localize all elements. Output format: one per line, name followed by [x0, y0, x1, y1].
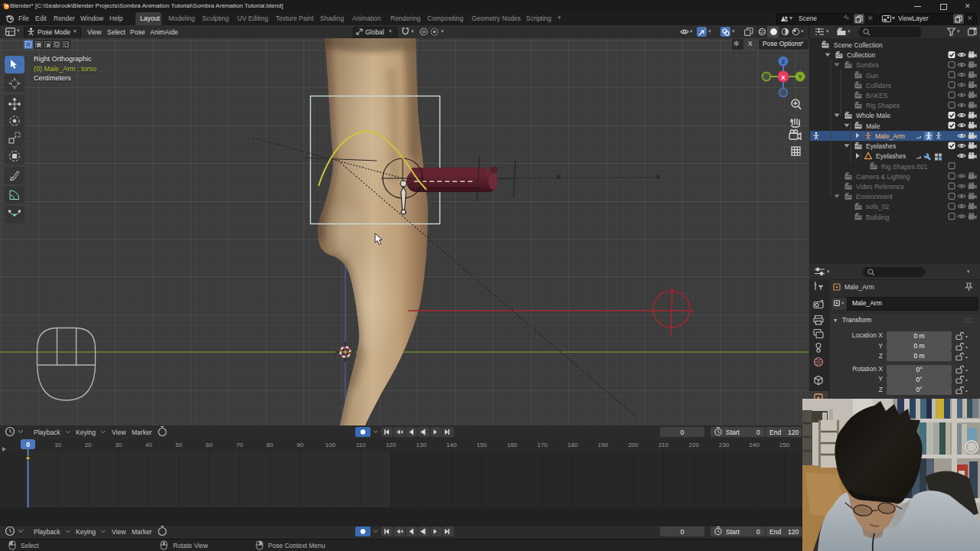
svg-text:Rig Shapes: Rig Shapes — [866, 102, 900, 109]
svg-text:Environment: Environment — [856, 193, 893, 201]
svg-text:0: 0 — [756, 429, 760, 436]
svg-text:Z: Z — [782, 58, 786, 65]
svg-text:160: 160 — [507, 442, 518, 448]
svg-text:X: X — [781, 74, 786, 81]
svg-text:End: End — [769, 429, 781, 436]
svg-text:Male_Arm: Male_Arm — [875, 132, 905, 140]
svg-text:240: 240 — [750, 442, 760, 448]
svg-text:Playback: Playback — [34, 429, 60, 436]
svg-text:180: 180 — [567, 442, 578, 448]
svg-text:50: 50 — [175, 442, 182, 448]
svg-text:110: 110 — [356, 442, 366, 448]
svg-text:Keying: Keying — [76, 429, 96, 436]
svg-text:70: 70 — [236, 442, 243, 448]
svg-text:150: 150 — [477, 442, 488, 448]
svg-text:Gun: Gun — [866, 72, 878, 80]
svg-text:sofa_02: sofa_02 — [866, 203, 890, 210]
svg-text:Playback: Playback — [34, 528, 60, 536]
svg-text:0: 0 — [681, 528, 684, 536]
svg-text:220: 220 — [689, 442, 700, 448]
svg-text:40: 40 — [145, 442, 152, 448]
svg-text:Sombra: Sombra — [856, 61, 879, 69]
svg-text:View: View — [112, 528, 126, 536]
svg-text:Rig Shapes.001: Rig Shapes.001 — [881, 163, 928, 171]
svg-text:View: View — [112, 429, 126, 436]
svg-text:End: End — [769, 528, 781, 536]
svg-text:0: 0 — [26, 441, 30, 448]
svg-text:120: 120 — [386, 442, 397, 448]
svg-text:Whole Male: Whole Male — [856, 112, 890, 119]
svg-text:Start: Start — [726, 528, 740, 536]
svg-text:Keying: Keying — [76, 528, 96, 536]
svg-text:0: 0 — [681, 429, 684, 436]
svg-text:Pose Context Menu: Pose Context Menu — [268, 542, 325, 549]
svg-text:20: 20 — [85, 442, 92, 448]
svg-text:Camera & Lighting: Camera & Lighting — [856, 173, 910, 181]
svg-text:10: 10 — [54, 442, 61, 448]
svg-text:120: 120 — [788, 429, 799, 436]
svg-text:Rotate View: Rotate View — [173, 542, 209, 549]
svg-text:Marker: Marker — [132, 528, 152, 536]
svg-text:140: 140 — [446, 442, 457, 448]
svg-text:Start: Start — [726, 429, 740, 436]
svg-text:Eyelashes: Eyelashes — [866, 142, 896, 150]
svg-text:0: 0 — [756, 528, 760, 536]
svg-text:Marker: Marker — [132, 429, 152, 436]
svg-text:Select: Select — [21, 542, 39, 549]
svg-text:90: 90 — [297, 442, 304, 448]
svg-text:Colliders: Colliders — [866, 82, 891, 90]
svg-text:Video Reference: Video Reference — [856, 183, 904, 191]
svg-text:Eyelashes: Eyelashes — [876, 152, 906, 160]
svg-text:80: 80 — [266, 442, 273, 448]
svg-text:190: 190 — [598, 442, 609, 448]
svg-text:130: 130 — [416, 442, 427, 448]
svg-text:Building: Building — [866, 214, 890, 221]
svg-text:BAKES: BAKES — [866, 92, 888, 99]
svg-text:120: 120 — [788, 528, 799, 536]
svg-text:60: 60 — [206, 442, 213, 448]
svg-text:170: 170 — [537, 442, 548, 448]
svg-text:30: 30 — [115, 442, 122, 448]
svg-text:Scene Collection: Scene Collection — [834, 41, 883, 49]
svg-text:250: 250 — [779, 442, 790, 448]
svg-text:Collection: Collection — [847, 51, 876, 59]
svg-text:210: 210 — [658, 442, 669, 448]
svg-text:Male: Male — [866, 122, 880, 130]
svg-text:200: 200 — [628, 442, 639, 448]
svg-text:Y: Y — [798, 73, 802, 80]
svg-text:100: 100 — [325, 442, 336, 448]
svg-text:230: 230 — [719, 442, 730, 448]
